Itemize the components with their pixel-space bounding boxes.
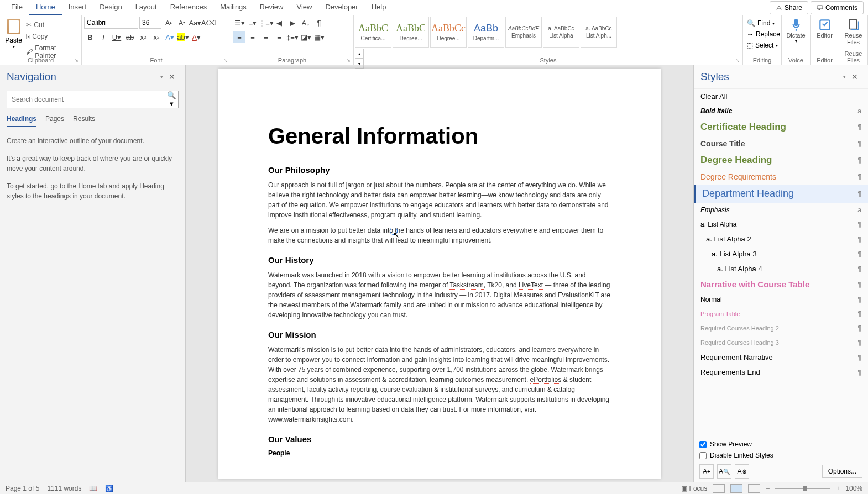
style-item[interactable]: Certificate Heading¶ — [694, 118, 868, 136]
dictate-button[interactable]: Dictate ▾ — [786, 18, 805, 44]
align-center-button[interactable]: ≡ — [247, 31, 259, 43]
menu-design[interactable]: Design — [93, 0, 128, 15]
nav-tab-results[interactable]: Results — [73, 115, 95, 127]
borders-button[interactable]: ▦▾ — [313, 31, 325, 43]
search-document-input[interactable] — [7, 91, 165, 108]
shrink-font-button[interactable]: A▾ — [176, 17, 188, 29]
style-swatch[interactable]: AaBbDepartm... — [468, 17, 504, 48]
menu-insert[interactable]: Insert — [62, 0, 93, 15]
nav-tab-headings[interactable]: Headings — [7, 115, 36, 127]
word-count[interactable]: 1111 words — [47, 485, 81, 492]
style-swatch[interactable]: AaBbCcDegree... — [430, 17, 467, 48]
style-item[interactable]: Emphasisa — [694, 203, 868, 217]
menu-file[interactable]: File — [4, 0, 29, 15]
strikethrough-button[interactable]: ab — [124, 31, 136, 43]
spellcheck-icon[interactable]: 📖 — [89, 485, 97, 492]
style-item[interactable]: Requirement Narrative¶ — [694, 350, 868, 365]
menu-layout[interactable]: Layout — [129, 0, 164, 15]
menu-help[interactable]: Help — [365, 0, 393, 15]
style-swatch[interactable]: AaBbCDegree... — [393, 17, 429, 48]
paragraph[interactable]: We are on a mission to put better data i… — [268, 225, 611, 245]
heading-values[interactable]: Our Values — [268, 434, 611, 444]
superscript-button[interactable]: x2 — [150, 31, 163, 43]
highlight-button[interactable]: ab▾ — [177, 31, 189, 43]
style-item[interactable]: Course Title¶ — [694, 136, 868, 151]
paragraph[interactable]: People — [268, 449, 611, 457]
sort-button[interactable]: A↓ — [300, 17, 312, 29]
style-item[interactable]: Degree Heading¶ — [694, 151, 868, 169]
print-layout-button[interactable] — [730, 484, 742, 493]
font-name-input[interactable] — [84, 17, 138, 29]
change-case-button[interactable]: Aa▾ — [189, 17, 201, 29]
subscript-button[interactable]: x2 — [137, 31, 149, 43]
font-color-button[interactable]: A▾ — [190, 31, 202, 43]
bold-button[interactable]: B — [84, 31, 96, 43]
style-swatch[interactable]: a. AaBbCcList Alph... — [581, 17, 617, 48]
document-area[interactable]: General Information Our Philosophy Our a… — [186, 65, 693, 482]
find-button[interactable]: 🔍Find▾ — [745, 18, 779, 29]
line-spacing-button[interactable]: ‡≡▾ — [286, 31, 299, 43]
style-swatch[interactable]: a. AaBbCcList Alpha — [543, 17, 579, 48]
comments-button[interactable]: Comments — [811, 1, 864, 14]
copy-button[interactable]: ⎘Copy — [25, 31, 79, 41]
styles-pane-close-button[interactable]: ✕ — [848, 71, 861, 82]
style-item[interactable]: a. List Alpha 4¶ — [694, 261, 868, 276]
style-item[interactable]: Program Table¶ — [694, 307, 868, 321]
show-marks-button[interactable]: ¶ — [313, 17, 325, 29]
heading-history[interactable]: Our History — [268, 255, 611, 265]
style-item[interactable]: Bold Italica — [694, 104, 868, 118]
text-effects-button[interactable]: A▾ — [164, 31, 176, 43]
style-swatch[interactable]: AaBbCCertifica... — [355, 17, 391, 48]
web-layout-button[interactable] — [748, 484, 760, 493]
reuse-files-button[interactable]: Reuse Files — [841, 18, 865, 45]
style-item[interactable]: Normal¶ — [694, 292, 868, 307]
decrease-indent-button[interactable]: ◀ — [273, 17, 285, 29]
bullets-button[interactable]: ☰▾ — [233, 17, 245, 29]
paragraph[interactable]: Our approach is not full of jargon or ju… — [268, 180, 611, 220]
menu-mailings[interactable]: Mailings — [213, 0, 253, 15]
font-size-input[interactable] — [139, 17, 161, 29]
navigation-close-button[interactable]: ✕ — [165, 71, 179, 82]
increase-indent-button[interactable]: ▶ — [286, 17, 299, 29]
align-right-button[interactable]: ≡ — [260, 31, 272, 43]
document-title[interactable]: General Information — [268, 124, 611, 149]
style-item[interactable]: Required Courses Heading 2¶ — [694, 321, 868, 335]
share-button[interactable]: Share — [770, 1, 808, 14]
clear-format-button[interactable]: A⌫ — [202, 17, 215, 29]
style-item[interactable]: a. List Alpha 3¶ — [694, 246, 868, 261]
paragraph[interactable]: Watermark's mission is to put better dat… — [268, 345, 611, 424]
focus-mode[interactable]: ▣ Focus — [681, 485, 707, 492]
cut-button[interactable]: ✂Cut — [25, 20, 79, 30]
italic-button[interactable]: I — [97, 31, 109, 43]
style-swatch[interactable]: AaBbCcDdEEmphasis — [505, 17, 542, 48]
zoom-in-button[interactable]: + — [836, 485, 840, 492]
new-style-button[interactable]: A+ — [699, 464, 714, 479]
editor-button[interactable]: Editor — [817, 18, 833, 39]
zoom-out-button[interactable]: − — [766, 485, 770, 492]
navigation-dropdown[interactable]: ▾ — [158, 72, 165, 82]
zoom-level[interactable]: 100% — [845, 485, 862, 492]
font-launcher[interactable]: ↘ — [224, 58, 229, 64]
clipboard-launcher[interactable]: ↘ — [75, 58, 80, 64]
read-mode-button[interactable] — [713, 484, 725, 493]
style-item[interactable]: Degree Requirements¶ — [694, 169, 868, 185]
manage-styles-button[interactable]: A⚙ — [735, 464, 749, 479]
paragraph-launcher[interactable]: ↘ — [347, 58, 352, 64]
menu-view[interactable]: View — [290, 0, 318, 15]
multilevel-button[interactable]: ⋮≡▾ — [260, 17, 272, 29]
clear-all-style[interactable]: Clear All — [694, 89, 868, 104]
nav-tab-pages[interactable]: Pages — [45, 115, 64, 127]
page[interactable]: General Information Our Philosophy Our a… — [218, 69, 661, 479]
underline-button[interactable]: U▾ — [111, 31, 123, 43]
align-left-button[interactable]: ≡ — [233, 31, 245, 43]
search-document-button[interactable]: 🔍▾ — [165, 91, 179, 108]
menu-home[interactable]: Home — [29, 0, 62, 15]
style-item[interactable]: Narrative with Course Table¶ — [694, 276, 868, 292]
menu-developer[interactable]: Developer — [318, 0, 364, 15]
replace-button[interactable]: ↔Replace — [745, 29, 779, 40]
select-button[interactable]: ⬚Select▾ — [745, 40, 779, 51]
shading-button[interactable]: ◪▾ — [300, 31, 312, 43]
heading-philosophy[interactable]: Our Philosophy — [268, 165, 611, 175]
style-item[interactable]: Required Courses Heading 3¶ — [694, 335, 868, 350]
heading-mission[interactable]: Our Mission — [268, 330, 611, 339]
